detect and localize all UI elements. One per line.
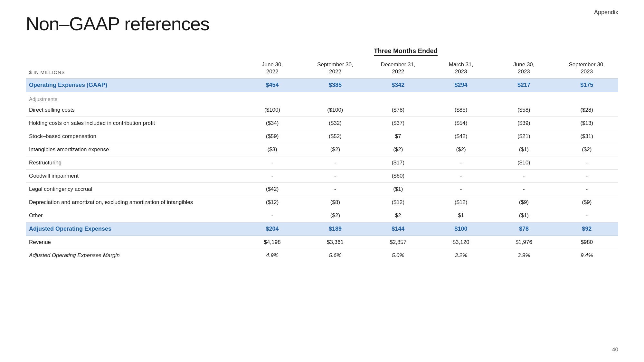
table-header-row: $ IN MILLIONS June 30,2022 September 30,…	[26, 59, 618, 78]
cell-value: $3,120	[430, 236, 492, 249]
cell-value: ($12)	[430, 196, 492, 209]
cell-value: $980	[555, 236, 618, 249]
cell-value: -	[492, 183, 555, 196]
cell-value: $2	[367, 209, 430, 222]
cell-value: ($2)	[555, 143, 618, 156]
label-column-header: $ IN MILLIONS	[26, 59, 241, 78]
cell-value: ($10)	[492, 156, 555, 170]
col-header-5: September 30,2023	[555, 59, 618, 78]
col-header-2: December 31,2022	[367, 59, 430, 78]
table-section: Three Months Ended $ IN MILLIONS June 30…	[26, 47, 618, 262]
cell-value: $2,857	[367, 236, 430, 249]
cell-value: ($58)	[492, 104, 555, 117]
row-label: Operating Expenses (GAAP)	[26, 78, 241, 92]
page-title: Non–GAAP references	[26, 13, 618, 34]
cell-value: ($12)	[241, 196, 304, 209]
cell-value: ($1)	[492, 143, 555, 156]
cell-value: -	[430, 156, 492, 170]
cell-value: ($34)	[241, 117, 304, 130]
table-row: Goodwill impairment--($60)---	[26, 170, 618, 183]
row-label: Other	[26, 209, 241, 222]
cell-value: ($28)	[555, 104, 618, 117]
row-label: Depreciation and amortization, excluding…	[26, 196, 241, 209]
cell-value: $4,198	[241, 236, 304, 249]
page-number: 40	[612, 347, 618, 353]
cell-value: ($85)	[430, 104, 492, 117]
cell-value: -	[241, 209, 304, 222]
cell-value: $189	[304, 222, 366, 236]
table-row: Legal contingency accrual($42)-($1)---	[26, 183, 618, 196]
col-header-4: June 30,2023	[492, 59, 555, 78]
cell-value: ($52)	[304, 130, 366, 143]
cell-value: ($37)	[367, 117, 430, 130]
cell-value: 5.6%	[304, 249, 366, 262]
cell-value: ($42)	[430, 130, 492, 143]
cell-value: ($60)	[367, 170, 430, 183]
cell-value: ($12)	[367, 196, 430, 209]
table-row: Revenue$4,198$3,361$2,857$3,120$1,976$98…	[26, 236, 618, 249]
cell-value: ($8)	[304, 196, 366, 209]
cell-value: -	[241, 156, 304, 170]
cell-value: $342	[367, 78, 430, 92]
cell-value: $144	[367, 222, 430, 236]
cell-value: ($54)	[430, 117, 492, 130]
cell-value: ($42)	[241, 183, 304, 196]
cell-value: $1	[430, 209, 492, 222]
table-row: Adjusted Operating Expenses$204$189$144$…	[26, 222, 618, 236]
cell-value: ($39)	[492, 117, 555, 130]
row-label: Adjusted Operating Expenses	[26, 222, 241, 236]
table-row: Holding costs on sales included in contr…	[26, 117, 618, 130]
cell-value: $217	[492, 78, 555, 92]
table-row: Other-($2)$2$1($1)-	[26, 209, 618, 222]
table-row: Intangibles amortization expense($3)($2)…	[26, 143, 618, 156]
cell-value: ($2)	[304, 143, 366, 156]
table-row: Restructuring--($17)-($10)-	[26, 156, 618, 170]
cell-value: 3.2%	[430, 249, 492, 262]
cell-value: ($31)	[555, 130, 618, 143]
cell-value: ($21)	[492, 130, 555, 143]
cell-value: $454	[241, 78, 304, 92]
cell-value: $100	[430, 222, 492, 236]
row-label: Holding costs on sales included in contr…	[26, 117, 241, 130]
appendix-label: Appendix	[594, 9, 618, 16]
row-label: Intangibles amortization expense	[26, 143, 241, 156]
col-header-1: September 30,2022	[304, 59, 366, 78]
cell-value: 5.0%	[367, 249, 430, 262]
cell-value: -	[555, 156, 618, 170]
cell-value: ($13)	[555, 117, 618, 130]
cell-value: ($17)	[367, 156, 430, 170]
row-label: Goodwill impairment	[26, 170, 241, 183]
cell-value: ($59)	[241, 130, 304, 143]
cell-value: $294	[430, 78, 492, 92]
cell-value: ($9)	[555, 196, 618, 209]
cell-value: ($3)	[241, 143, 304, 156]
cell-value: $385	[304, 78, 366, 92]
row-label: Restructuring	[26, 156, 241, 170]
cell-value: -	[241, 170, 304, 183]
cell-value: -	[492, 170, 555, 183]
cell-value: -	[304, 156, 366, 170]
cell-value: $1,976	[492, 236, 555, 249]
cell-value: $92	[555, 222, 618, 236]
cell-value: $175	[555, 78, 618, 92]
cell-value: 4.9%	[241, 249, 304, 262]
main-table: $ IN MILLIONS June 30,2022 September 30,…	[26, 59, 618, 262]
row-label: Direct selling costs	[26, 104, 241, 117]
cell-value: ($2)	[304, 209, 366, 222]
three-months-header: Three Months Ended	[193, 47, 618, 55]
table-row: Adjusted Operating Expenses Margin4.9%5.…	[26, 249, 618, 262]
cell-value: ($1)	[492, 209, 555, 222]
cell-value: ($2)	[430, 143, 492, 156]
cell-value: ($32)	[304, 117, 366, 130]
cell-value: ($100)	[304, 104, 366, 117]
cell-value: -	[430, 183, 492, 196]
cell-value: $78	[492, 222, 555, 236]
cell-value: -	[304, 183, 366, 196]
table-row: Adjustments:	[26, 92, 618, 104]
table-row: Stock–based compensation($59)($52)$7($42…	[26, 130, 618, 143]
row-label: Adjusted Operating Expenses Margin	[26, 249, 241, 262]
cell-value: ($2)	[367, 143, 430, 156]
row-label: Legal contingency accrual	[26, 183, 241, 196]
cell-value: -	[555, 183, 618, 196]
cell-value: ($100)	[241, 104, 304, 117]
